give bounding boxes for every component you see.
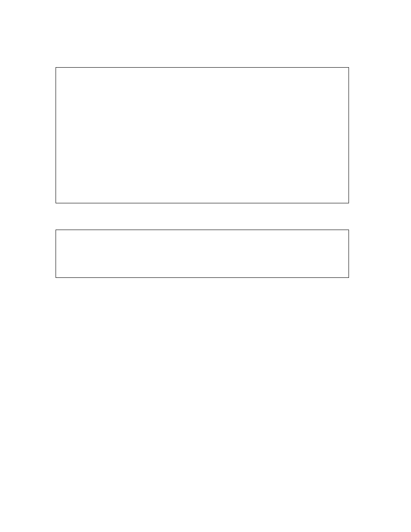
content-box-2 — [56, 230, 349, 278]
content-box-1 — [56, 67, 349, 203]
